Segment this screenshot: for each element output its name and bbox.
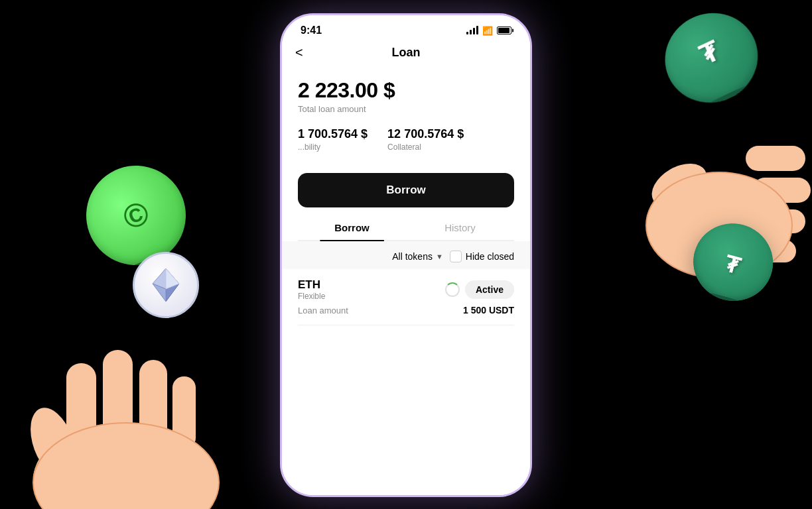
- loan-amount-section: 2 223.00 $ Total loan amount: [298, 78, 514, 114]
- availability-label: ...bility: [298, 142, 368, 152]
- coinbase-symbol: ©: [118, 193, 154, 237]
- loan-item: ETH Flexible Active Loan amount 1 500 US…: [298, 269, 514, 325]
- borrow-section: Borrow: [282, 165, 530, 215]
- tabs: Borrow History: [298, 215, 514, 241]
- hide-closed-toggle[interactable]: Hide closed: [450, 251, 514, 262]
- loan-item-footer: Loan amount 1 500 USDT: [298, 305, 514, 315]
- header: < Loan: [282, 40, 530, 68]
- collateral-stat: 12 700.5764 $ Collateral: [387, 127, 464, 152]
- loan-item-header: ETH Flexible Active: [298, 278, 514, 301]
- loan-amount-label: Loan amount: [298, 306, 348, 315]
- status-badge: Active: [465, 280, 514, 299]
- status-time: 9:41: [301, 25, 322, 36]
- token-filter[interactable]: All tokens ▼: [392, 251, 443, 262]
- status-spinner-icon: [445, 282, 460, 297]
- tab-borrow[interactable]: Borrow: [298, 215, 406, 240]
- content-area: 2 223.00 $ Total loan amount 1 700.5764 …: [282, 68, 530, 495]
- back-button[interactable]: <: [295, 45, 303, 60]
- status-icons: 📶: [466, 26, 511, 36]
- loan-total-label: Total loan amount: [298, 104, 514, 114]
- token-info: ETH Flexible: [298, 278, 325, 301]
- wifi-icon: 📶: [482, 26, 493, 36]
- signal-icon: [466, 27, 478, 34]
- status-area: Active: [445, 280, 514, 299]
- chevron-down-icon: ▼: [436, 253, 443, 260]
- battery-icon: [497, 27, 511, 34]
- status-bar: 9:41 📶: [282, 15, 530, 40]
- hand-left: [0, 244, 252, 509]
- hide-closed-checkbox[interactable]: [450, 251, 462, 262]
- tether-symbol-mid: ₮: [722, 251, 743, 279]
- collateral-value: 12 700.5764 $: [387, 127, 464, 141]
- page-title: Loan: [392, 46, 421, 60]
- loan-amount-value: 1 500 USDT: [463, 305, 514, 315]
- eth-coin: [133, 252, 199, 318]
- token-filter-label: All tokens: [392, 251, 433, 262]
- token-name: ETH: [298, 278, 325, 292]
- availability-value: 1 700.5764 $: [298, 127, 368, 141]
- filter-row: All tokens ▼ Hide closed: [282, 241, 530, 269]
- svg-rect-9: [746, 146, 805, 171]
- borrow-button[interactable]: Borrow: [298, 173, 514, 207]
- tether-symbol-top: ₮: [695, 36, 724, 71]
- loan-total-value: 2 223.00 $: [298, 78, 514, 103]
- stats-row: 1 700.5764 $ ...bility 12 700.5764 $ Col…: [298, 127, 514, 152]
- availability-stat: 1 700.5764 $ ...bility: [298, 127, 368, 152]
- token-type: Flexible: [298, 292, 325, 301]
- phone: 9:41 📶 < Loan 2 223: [280, 13, 532, 497]
- hide-closed-label: Hide closed: [466, 251, 514, 262]
- tab-history[interactable]: History: [406, 215, 514, 240]
- collateral-label: Collateral: [387, 142, 464, 152]
